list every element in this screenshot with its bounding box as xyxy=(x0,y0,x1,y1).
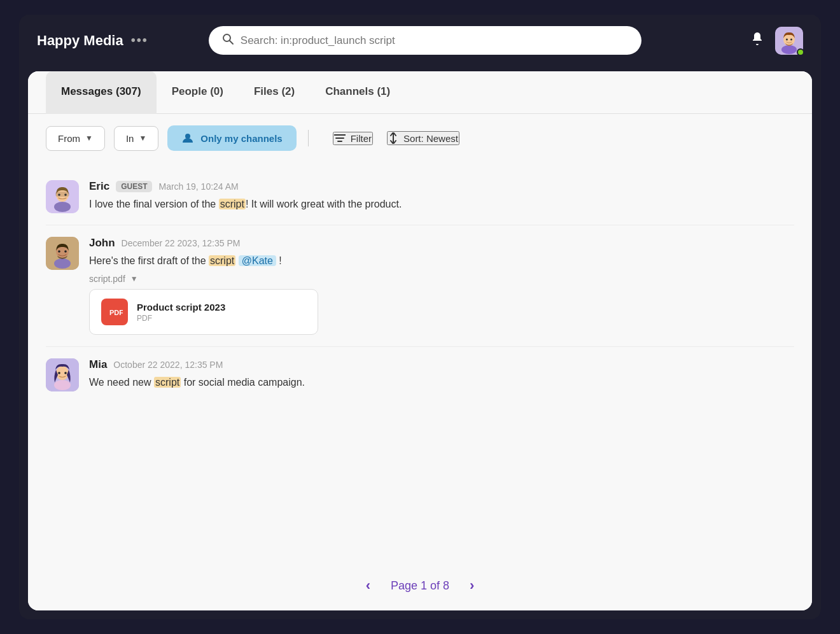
pdf-title: Product script 2023 xyxy=(137,302,225,313)
svg-point-26 xyxy=(54,380,71,390)
message-time: March 19, 10:24 AM xyxy=(158,181,238,192)
svg-rect-15 xyxy=(55,192,69,197)
tab-messages[interactable]: Messages (307) xyxy=(46,71,157,114)
svg-point-5 xyxy=(786,38,788,40)
svg-text:PDF: PDF xyxy=(109,309,123,316)
avatar xyxy=(46,358,79,391)
message-header: Mia October 22 2022, 12:35 PM xyxy=(89,358,794,371)
pdf-card[interactable]: PDF Product script 2023 PDF xyxy=(89,289,318,335)
in-filter-button[interactable]: In ▼ xyxy=(114,126,158,151)
svg-point-17 xyxy=(64,194,67,196)
sender-name: Eric xyxy=(89,180,109,193)
header: Happy Media ••• xyxy=(19,15,821,66)
tab-files[interactable]: Files (2) xyxy=(239,71,310,114)
keyword-highlight: script xyxy=(209,255,235,266)
avatar xyxy=(46,180,79,213)
pdf-type: PDF xyxy=(137,314,225,323)
page-info: Page 1 of 8 xyxy=(391,579,449,593)
app-title-text: Happy Media xyxy=(37,32,123,49)
online-status-dot xyxy=(797,48,804,56)
sender-name: John xyxy=(89,237,115,250)
svg-point-22 xyxy=(64,250,67,253)
svg-point-16 xyxy=(58,194,60,196)
from-filter-button[interactable]: From ▼ xyxy=(46,126,105,151)
chevron-down-icon: ▼ xyxy=(130,274,138,283)
bell-icon[interactable] xyxy=(750,31,765,50)
pdf-icon: PDF xyxy=(101,299,128,325)
filter-icon xyxy=(334,134,346,143)
message-header: Eric GUEST March 19, 10:24 AM xyxy=(89,180,794,193)
svg-point-21 xyxy=(58,250,60,253)
svg-point-29 xyxy=(64,372,67,374)
next-page-button[interactable]: › xyxy=(462,575,482,596)
avatar xyxy=(46,237,79,270)
filters-bar: From ▼ In ▼ Only my channels xyxy=(28,114,812,162)
search-icon xyxy=(221,32,234,48)
message-time: October 22 2022, 12:35 PM xyxy=(113,360,223,370)
pagination: ‹ Page 1 of 8 › xyxy=(28,563,812,610)
message-body: Eric GUEST March 19, 10:24 AM I love the… xyxy=(89,180,794,212)
attachment-row[interactable]: script.pdf ▼ xyxy=(89,274,794,284)
filter-divider xyxy=(308,130,309,146)
message-time: December 22 2023, 12:35 PM xyxy=(122,238,241,248)
app-title: Happy Media ••• xyxy=(37,32,148,49)
table-row: Eric GUEST March 19, 10:24 AM I love the… xyxy=(46,169,794,225)
person-icon xyxy=(181,132,194,144)
message-text: I love the final version of the script! … xyxy=(89,197,794,212)
only-my-channels-button[interactable]: Only my channels xyxy=(167,125,296,151)
message-body: Mia October 22 2022, 12:35 PM We need ne… xyxy=(89,358,794,390)
svg-point-19 xyxy=(54,258,71,269)
search-input[interactable] xyxy=(241,34,629,47)
filter-button[interactable]: Filter xyxy=(333,132,373,145)
svg-point-13 xyxy=(54,202,71,212)
message-header: John December 22 2023, 12:35 PM xyxy=(89,237,794,250)
sender-name: Mia xyxy=(89,358,107,371)
svg-point-7 xyxy=(185,134,190,139)
svg-point-28 xyxy=(58,372,60,374)
prev-page-button[interactable]: ‹ xyxy=(358,575,378,596)
tab-channels[interactable]: Channels (1) xyxy=(310,71,405,114)
tab-people[interactable]: People (0) xyxy=(157,71,239,114)
pdf-info: Product script 2023 PDF xyxy=(137,302,225,323)
sort-icon xyxy=(388,132,398,144)
tabs-bar: Messages (307) People (0) Files (2) Chan… xyxy=(28,71,812,114)
header-right xyxy=(750,27,803,55)
table-row: Mia October 22 2022, 12:35 PM We need ne… xyxy=(46,347,794,403)
avatar[interactable] xyxy=(775,27,803,55)
svg-point-27 xyxy=(56,366,69,380)
mention-tag: @Kate xyxy=(239,255,276,266)
table-row: John December 22 2023, 12:35 PM Here's t… xyxy=(46,225,794,347)
search-bar[interactable] xyxy=(209,26,641,55)
svg-line-1 xyxy=(230,41,233,44)
app-window: Happy Media ••• xyxy=(19,15,821,619)
in-chevron-icon: ▼ xyxy=(139,134,146,143)
message-text: Here's the first draft of the script @Ka… xyxy=(89,253,794,269)
sort-button[interactable]: Sort: Newest xyxy=(387,131,459,145)
keyword-highlight: script xyxy=(219,199,246,209)
message-text: We need new script for social media camp… xyxy=(89,375,794,390)
keyword-highlight: script xyxy=(154,377,181,388)
more-options-dots[interactable]: ••• xyxy=(131,33,148,48)
guest-badge: GUEST xyxy=(116,181,152,192)
svg-point-6 xyxy=(790,38,792,40)
filter-right: Filter Sort: Newest xyxy=(333,131,459,145)
messages-list: Eric GUEST March 19, 10:24 AM I love the… xyxy=(28,162,812,563)
message-body: John December 22 2023, 12:35 PM Here's t… xyxy=(89,237,794,335)
main-content: Messages (307) People (0) Files (2) Chan… xyxy=(28,71,812,610)
svg-point-3 xyxy=(781,45,797,54)
from-chevron-icon: ▼ xyxy=(85,134,93,143)
